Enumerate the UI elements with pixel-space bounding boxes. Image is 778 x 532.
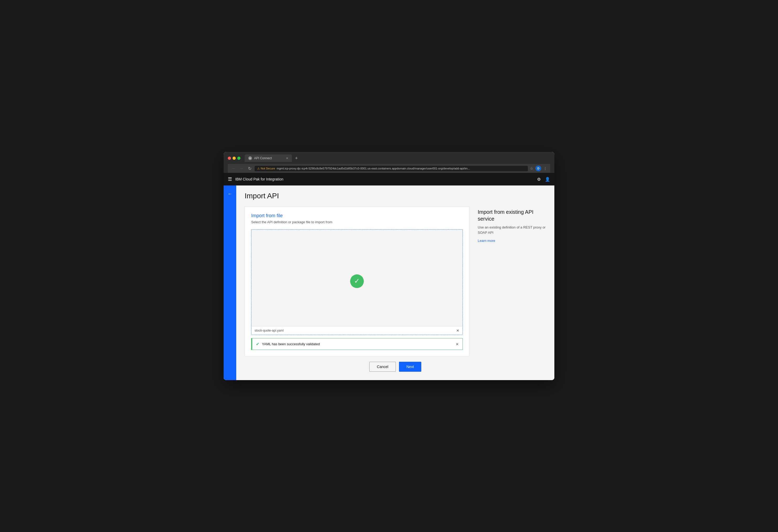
tab-title: API Connect (254, 156, 272, 160)
hamburger-button[interactable]: ☰ (228, 176, 232, 182)
app-title: IBM Cloud Pak for Integration (235, 177, 284, 181)
learn-more-link[interactable]: Learn more (478, 239, 495, 243)
notification-text: YAML has been successfully validated (262, 342, 320, 346)
settings-icon[interactable]: ⚙ (537, 177, 541, 182)
new-tab-button[interactable]: + (295, 156, 298, 161)
browser-addressbar-row: ← → ↻ ⚠ Not Secure mgmt.icp-proxy.djc-ic… (228, 164, 550, 173)
panel-title: Import from file (251, 213, 463, 218)
bookmark-icon[interactable]: ☆ (530, 166, 533, 171)
file-drop-zone[interactable]: ✓ stock-quote-api.yaml ✕ (251, 229, 463, 335)
minimize-window-button[interactable] (233, 157, 236, 160)
footer-actions: Cancel Next (245, 356, 546, 374)
address-url: mgmt.icp-proxy.djc-icp4i-5290c8c8e579792… (277, 167, 470, 170)
maximize-window-button[interactable] (237, 157, 240, 160)
tab-favicon: A (248, 156, 252, 160)
side-panel-description: Use an existing definition of a REST pro… (478, 225, 546, 235)
panel-subtitle: Select the API definition or package fil… (251, 220, 463, 224)
notification-success-icon: ✔ (256, 342, 259, 347)
back-arrow-icon: ← (228, 191, 232, 197)
warning-icon: ⚠ (257, 167, 260, 170)
browser-window: A API Connect × + ← → ↻ ⚠ Not Secure mgm… (224, 152, 554, 380)
traffic-lights (228, 157, 240, 160)
user-icon[interactable]: 👤 (545, 177, 550, 182)
profile-avatar[interactable]: D (536, 166, 541, 171)
address-actions: ☆ D ⋮ (530, 166, 547, 171)
side-panel: Import from existing API service Use an … (478, 206, 546, 356)
browser-tab[interactable]: A API Connect × (245, 155, 292, 162)
back-button[interactable]: ← (225, 189, 235, 199)
cancel-button[interactable]: Cancel (369, 362, 396, 372)
file-name: stock-quote-api.yaml (255, 329, 284, 332)
not-secure-badge: ⚠ Not Secure (257, 167, 275, 170)
validation-notification: ✔ YAML has been successfully validated ✕ (251, 338, 463, 350)
file-remove-button[interactable]: ✕ (456, 329, 459, 333)
next-button[interactable]: Next (399, 362, 421, 372)
browser-menu-icon[interactable]: ⋮ (543, 166, 547, 171)
notification-close-button[interactable]: ✕ (456, 342, 459, 346)
forward-nav-button[interactable]: → (239, 166, 245, 171)
app-container: ☰ IBM Cloud Pak for Integration ⚙ 👤 ← Im… (224, 173, 554, 380)
main-panel: Import from file Select the API definiti… (245, 206, 469, 356)
app-body: ← Import API Import from file Select the… (224, 185, 554, 380)
address-bar[interactable]: ⚠ Not Secure mgmt.icp-proxy.djc-icp4i-52… (255, 166, 528, 171)
file-badge: stock-quote-api.yaml ✕ (251, 326, 463, 335)
tab-close-button[interactable]: × (286, 156, 288, 160)
topbar-right: ⚙ 👤 (537, 177, 550, 182)
close-window-button[interactable] (228, 157, 231, 160)
side-panel-title: Import from existing API service (478, 208, 546, 222)
browser-controls-row: A API Connect × + (228, 155, 550, 162)
content-area: Import API Import from file Select the A… (236, 185, 554, 380)
refresh-nav-button[interactable]: ↻ (247, 166, 252, 171)
page-title: Import API (245, 192, 546, 200)
content-columns: Import from file Select the API definiti… (245, 206, 546, 356)
sidebar-accent: ← (224, 185, 236, 380)
browser-titlebar: A API Connect × + ← → ↻ ⚠ Not Secure mgm… (224, 152, 554, 173)
not-secure-label: Not Secure (261, 167, 275, 170)
app-topbar: ☰ IBM Cloud Pak for Integration ⚙ 👤 (224, 173, 554, 185)
success-checkmark-icon: ✓ (350, 274, 364, 288)
back-nav-button[interactable]: ← (231, 166, 237, 171)
